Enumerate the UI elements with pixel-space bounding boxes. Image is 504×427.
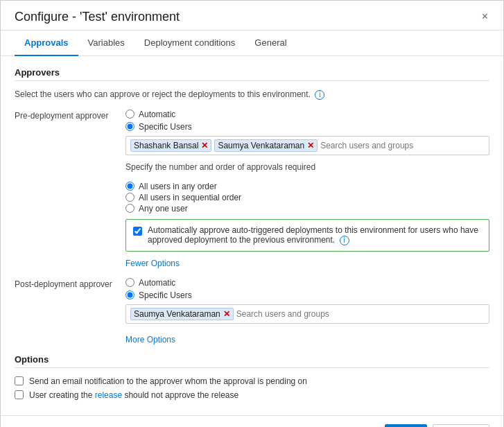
section-divider xyxy=(15,80,489,81)
auto-approve-checkbox[interactable] xyxy=(133,227,142,236)
post-specific-radio-row: Specific Users xyxy=(125,290,489,300)
sequential-radio[interactable] xyxy=(125,193,134,202)
tag-saumya-post: Saumya Venkataraman ✕ xyxy=(130,308,234,320)
pre-deployment-label: Pre-deployment approver xyxy=(15,110,125,121)
dialog-body: Approvers Select the users who can appro… xyxy=(1,56,503,415)
any-order-label: All users in any order xyxy=(139,182,217,191)
tag-shashank-text: Shashank Bansal xyxy=(134,141,198,150)
approvers-desc: Select the users who can approve or reje… xyxy=(15,89,489,100)
approvers-info-icon[interactable]: i xyxy=(315,90,324,100)
dialog-titlebar: Configure - 'Test' environment × xyxy=(1,1,503,31)
any-order-radio[interactable] xyxy=(125,182,134,191)
tab-variables[interactable]: Variables xyxy=(78,31,134,56)
auto-approve-text: Automatically approve auto-triggered dep… xyxy=(148,225,482,245)
dialog: Configure - 'Test' environment × Approva… xyxy=(0,0,504,427)
sequential-row: All users in sequential order xyxy=(125,193,489,202)
post-search-input[interactable] xyxy=(236,309,485,319)
post-auto-radio[interactable] xyxy=(125,278,134,287)
pre-deployment-options: Automatic Specific Users Shashank Bansal… xyxy=(125,110,489,268)
tag-saumya-pre-remove[interactable]: ✕ xyxy=(307,141,314,150)
post-deployment-row: Post-deployment approver Automatic Speci… xyxy=(15,278,489,345)
any-order-row: All users in any order xyxy=(125,182,489,191)
sequential-label: All users in sequential order xyxy=(139,193,241,202)
options-section: Options Send an email notification to th… xyxy=(15,354,489,400)
option1-checkbox[interactable] xyxy=(15,376,24,385)
tag-shashank: Shashank Bansal ✕ xyxy=(130,139,211,152)
post-tags-input[interactable]: Saumya Venkataraman ✕ xyxy=(125,304,489,324)
pre-tags-input[interactable]: Shashank Bansal ✕ Saumya Venkataraman ✕ xyxy=(125,136,489,155)
pre-search-input[interactable] xyxy=(320,141,485,150)
options-title: Options xyxy=(15,354,489,365)
close-button[interactable]: × xyxy=(478,9,492,24)
tabs-container: Approvals Variables Deployment condition… xyxy=(1,31,503,56)
pre-specific-label: Specific Users xyxy=(139,122,192,132)
pre-specific-radio[interactable] xyxy=(125,122,134,131)
any-one-label: Any one user xyxy=(139,204,188,214)
pre-auto-label: Automatic xyxy=(139,110,175,119)
more-options-link[interactable]: More Options xyxy=(125,335,175,345)
pre-auto-radio[interactable] xyxy=(125,110,134,119)
any-one-row: Any one user xyxy=(125,204,489,214)
approvers-section-title: Approvers xyxy=(15,67,489,78)
auto-approve-box: Automatically approve auto-triggered dep… xyxy=(125,219,489,252)
dialog-footer: OK Cancel xyxy=(1,415,503,427)
options-divider xyxy=(15,367,489,368)
tag-saumya-post-remove[interactable]: ✕ xyxy=(223,310,230,318)
post-specific-label: Specific Users xyxy=(139,290,192,300)
post-deployment-options: Automatic Specific Users Saumya Venkatar… xyxy=(125,278,489,345)
tab-general[interactable]: General xyxy=(245,31,296,56)
tag-saumya-pre-text: Saumya Venkataraman xyxy=(218,141,304,150)
pre-deployment-row: Pre-deployment approver Automatic Specif… xyxy=(15,110,489,268)
option1-row: Send an email notification to the approv… xyxy=(15,376,489,386)
pre-specific-radio-row: Specific Users xyxy=(125,122,489,132)
tag-shashank-remove[interactable]: ✕ xyxy=(201,141,208,150)
option2-label: User creating the release should not app… xyxy=(29,390,238,400)
option2-row: User creating the release should not app… xyxy=(15,390,489,400)
release-link[interactable]: release xyxy=(95,390,122,400)
any-one-radio[interactable] xyxy=(125,204,134,213)
tag-saumya-pre: Saumya Venkataraman ✕ xyxy=(214,139,318,152)
cancel-button[interactable]: Cancel xyxy=(433,424,489,427)
post-specific-radio[interactable] xyxy=(125,290,134,299)
tag-saumya-post-text: Saumya Venkataraman xyxy=(134,309,220,319)
dialog-title: Configure - 'Test' environment xyxy=(15,10,180,24)
post-auto-label: Automatic xyxy=(139,278,175,288)
fewer-options-link[interactable]: Fewer Options xyxy=(125,259,180,268)
ok-button[interactable]: OK xyxy=(385,424,427,427)
pre-auto-radio-row: Automatic xyxy=(125,110,489,119)
auto-approve-info-icon[interactable]: i xyxy=(340,236,349,245)
tab-deployment-conditions[interactable]: Deployment conditions xyxy=(134,31,245,56)
option1-label: Send an email notification to the approv… xyxy=(29,376,307,386)
post-auto-radio-row: Automatic xyxy=(125,278,489,288)
tab-approvals[interactable]: Approvals xyxy=(15,31,78,56)
specify-order-label: Specify the number and order of approval… xyxy=(125,162,489,172)
post-deployment-label: Post-deployment approver xyxy=(15,278,125,289)
option2-checkbox[interactable] xyxy=(15,390,24,399)
order-options: All users in any order All users in sequ… xyxy=(125,182,489,214)
